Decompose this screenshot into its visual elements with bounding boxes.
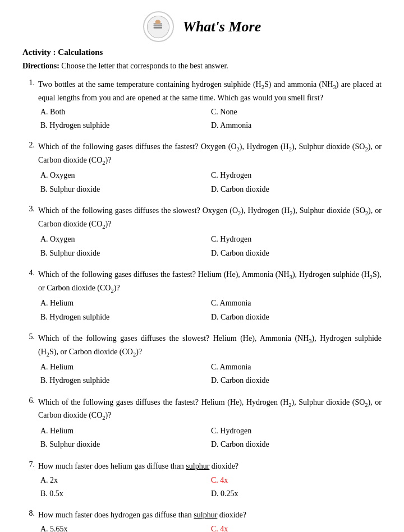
q4-option-a: A. Helium xyxy=(40,297,211,309)
q8-text: How much faster does hydrogen gas diffus… xyxy=(38,509,382,521)
q8-options: A. 5.65x C. 4x B. 0.18x D. 0.25x xyxy=(38,523,382,532)
q6-text: Which of the following gases diffuses th… xyxy=(38,396,382,423)
q1-option-c: C. None xyxy=(211,106,382,118)
directions-label: Directions: xyxy=(22,62,59,70)
q4-text: Which of the following gases diffuses th… xyxy=(38,269,382,295)
q4-body: Which of the following gases diffuses th… xyxy=(38,269,382,323)
q2-option-b: B. Sulphur dioxide xyxy=(40,183,211,196)
q3-text: Which of the following gases diffuses th… xyxy=(38,205,382,231)
q4-option-b: B. Hydrogen sulphide xyxy=(40,311,211,323)
svg-rect-1 xyxy=(154,27,162,29)
q8-number: 8. xyxy=(22,509,35,532)
q5-option-a: A. Helium xyxy=(40,361,211,373)
q6-option-b: B. Sulphur dioxide xyxy=(40,438,211,451)
svg-rect-2 xyxy=(154,25,162,26)
question-8: 8. How much faster does hydrogen gas dif… xyxy=(22,509,382,532)
q7-number: 7. xyxy=(22,460,35,501)
q7-option-d: D. 0.25x xyxy=(211,488,382,500)
q5-option-c: C. Ammonia xyxy=(211,361,382,373)
q7-option-c: C. 4x xyxy=(211,474,382,487)
logo xyxy=(143,11,174,42)
q2-option-c: C. Hydrogen xyxy=(211,169,382,182)
q1-option-a: A. Both xyxy=(40,106,211,118)
q1-text: Two bottles at the same temperature cont… xyxy=(38,78,382,104)
q4-number: 4. xyxy=(22,269,35,323)
q5-body: Which of the following gases diffuses th… xyxy=(38,332,382,387)
q3-number: 3. xyxy=(22,205,35,260)
q6-option-d: D. Carbon dioxide xyxy=(211,438,382,451)
logo-icon xyxy=(146,15,170,39)
svg-rect-6 xyxy=(158,20,159,24)
q4-option-c: C. Ammonia xyxy=(211,297,382,309)
q2-option-a: A. Oxygen xyxy=(40,169,211,182)
q3-option-a: A. Oxygen xyxy=(40,233,211,246)
svg-rect-7 xyxy=(159,21,160,24)
page-title: What's More xyxy=(183,18,261,35)
q2-body: Which of the following gases diffuses th… xyxy=(38,141,382,196)
page-header: What's More xyxy=(22,11,382,42)
q1-body: Two bottles at the same temperature cont… xyxy=(38,78,382,132)
q5-option-d: D. Carbon dioxide xyxy=(211,374,382,387)
q7-text: How much faster does helium gas diffuse … xyxy=(38,460,382,472)
q1-number: 1. xyxy=(22,78,35,132)
q6-number: 6. xyxy=(22,396,35,451)
q4-option-d: D. Carbon dioxide xyxy=(211,311,382,323)
q4-options: A. Helium C. Ammonia B. Hydrogen sulphid… xyxy=(38,297,382,323)
q1-options: A. Both C. None B. Hydrogen sulphide D. … xyxy=(38,106,382,132)
q6-body: Which of the following gases diffuses th… xyxy=(38,396,382,451)
q3-option-b: B. Sulphur dioxide xyxy=(40,247,211,260)
question-7: 7. How much faster does helium gas diffu… xyxy=(22,460,382,501)
q7-underline: sulphur xyxy=(186,462,209,470)
q2-number: 2. xyxy=(22,141,35,196)
q6-option-c: C. Hydrogen xyxy=(211,425,382,437)
question-3: 3. Which of the following gases diffuses… xyxy=(22,205,382,260)
q1-option-d: D. Ammonia xyxy=(211,119,382,132)
svg-rect-5 xyxy=(156,21,157,24)
question-5: 5. Which of the following gases diffuses… xyxy=(22,332,382,387)
q8-option-c: C. 4x xyxy=(211,523,382,532)
q2-options: A. Oxygen C. Hydrogen B. Sulphur dioxide… xyxy=(38,169,382,196)
question-6: 6. Which of the following gases diffuses… xyxy=(22,396,382,451)
q8-body: How much faster does hydrogen gas diffus… xyxy=(38,509,382,532)
q5-options: A. Helium C. Ammonia B. Hydrogen sulphid… xyxy=(38,361,382,387)
question-4: 4. Which of the following gases diffuses… xyxy=(22,269,382,323)
q8-underline: sulphur xyxy=(194,511,217,519)
activity-title: Activity : Calculations xyxy=(22,48,382,57)
q2-option-d: D. Carbon dioxide xyxy=(211,183,382,196)
q6-option-a: A. Helium xyxy=(40,425,211,437)
q3-option-c: C. Hydrogen xyxy=(211,233,382,246)
q8-option-a: A. 5.65x xyxy=(40,523,211,532)
q7-option-a: A. 2x xyxy=(40,474,211,487)
question-1: 1. Two bottles at the same temperature c… xyxy=(22,78,382,132)
q2-text: Which of the following gases diffuses th… xyxy=(38,141,382,167)
q7-body: How much faster does helium gas diffuse … xyxy=(38,460,382,501)
questions-list: 1. Two bottles at the same temperature c… xyxy=(22,78,382,532)
q3-options: A. Oxygen C. Hydrogen B. Sulphur dioxide… xyxy=(38,233,382,260)
q7-option-b: B. 0.5x xyxy=(40,488,211,500)
q5-text: Which of the following gases diffuses th… xyxy=(38,332,382,359)
q3-option-d: D. Carbon dioxide xyxy=(211,247,382,260)
q5-number: 5. xyxy=(22,332,35,387)
q6-options: A. Helium C. Hydrogen B. Sulphur dioxide… xyxy=(38,425,382,451)
q1-option-b: B. Hydrogen sulphide xyxy=(40,119,211,132)
directions-text: Choose the letter that corresponds to th… xyxy=(61,62,228,70)
q5-option-b: B. Hydrogen sulphide xyxy=(40,374,211,387)
question-2: 2. Which of the following gases diffuses… xyxy=(22,141,382,196)
directions: Directions: Choose the letter that corre… xyxy=(22,62,382,71)
q7-options: A. 2x C. 4x B. 0.5x D. 0.25x xyxy=(38,474,382,501)
q3-body: Which of the following gases diffuses th… xyxy=(38,205,382,260)
